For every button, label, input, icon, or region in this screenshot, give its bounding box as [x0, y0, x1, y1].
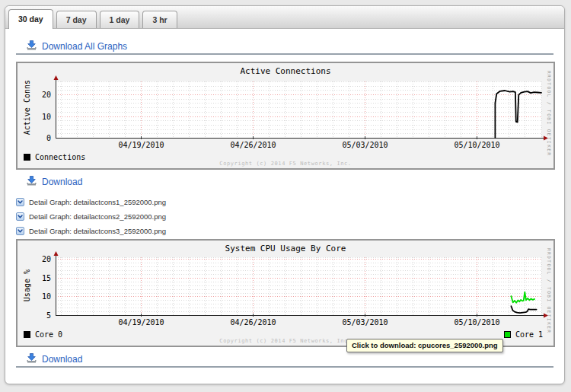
y-axis-label: Active Conns [23, 80, 31, 135]
download-icon [27, 40, 37, 53]
download-tooltip: Click to download: cpucores_2592000.png [346, 339, 503, 352]
svg-text:20: 20 [42, 255, 51, 263]
tab-3-hr[interactable]: 3 hr [142, 11, 177, 28]
rrdtool-watermark: RRDTOOL / TOBI OETIKER [547, 248, 552, 333]
tab-30-day[interactable]: 30 day [8, 9, 53, 29]
svg-text:15: 15 [42, 274, 51, 282]
y-axis-label: Usage % [23, 269, 31, 301]
detail-graph-link-3[interactable]: Detail Graph: detailactcons3_2592000.png [16, 226, 553, 236]
separator [16, 366, 553, 368]
svg-text:05/10/2010: 05/10/2010 [454, 141, 499, 149]
svg-text:0: 0 [46, 134, 51, 142]
download-icon [27, 352, 37, 366]
svg-text:04/26/2010: 04/26/2010 [230, 318, 276, 327]
chevron-down-icon[interactable] [16, 198, 24, 206]
svg-text:04/19/2010: 04/19/2010 [118, 318, 164, 327]
detail-graph-label: Detail Graph: detailactcons1_2592000.png [29, 198, 166, 206]
chevron-down-icon[interactable] [16, 212, 24, 221]
chevron-down-icon[interactable] [16, 227, 24, 235]
svg-text:04/19/2010: 04/19/2010 [118, 141, 164, 149]
svg-text:20: 20 [42, 91, 51, 99]
svg-text:05/10/2010: 05/10/2010 [454, 318, 499, 327]
download-graph2-link[interactable]: Download [42, 354, 82, 365]
rrdtool-watermark: RRDTOOL / TOBI OETIKER [547, 71, 552, 156]
legend-swatch [24, 154, 30, 161]
active-connections-graph[interactable]: 0102004/19/201004/26/201005/03/201005/10… [16, 62, 555, 170]
download-graph1-link[interactable]: Download [42, 177, 82, 187]
legend-swatch [504, 331, 511, 338]
tab-1-day[interactable]: 1 day [100, 11, 140, 28]
copyright-text: Copyright (c) 2014 F5 Networks, Inc. [18, 161, 553, 167]
tab-bar: 30 day 7 day 1 day 3 hr [5, 6, 564, 29]
download-icon [27, 175, 37, 189]
detail-graph-list: Detail Graph: detailactcons1_2592000.png… [16, 197, 553, 236]
main-panel: 30 day 7 day 1 day 3 hr Download All Gra… [5, 5, 565, 384]
svg-text:05/03/2010: 05/03/2010 [342, 318, 388, 327]
plot-area: 510152004/19/201004/26/201005/03/201005/… [18, 241, 553, 346]
svg-text:10: 10 [42, 292, 51, 301]
cpu-usage-graph[interactable]: 510152004/19/201004/26/201005/03/201005/… [16, 239, 555, 347]
plot-area: 0102004/19/201004/26/201005/03/201005/10… [18, 63, 553, 168]
separator [16, 53, 553, 55]
svg-text:5: 5 [46, 311, 51, 320]
svg-text:10: 10 [42, 113, 51, 121]
svg-text:05/03/2010: 05/03/2010 [342, 141, 388, 149]
graph-title: System CPU Usage By Core [18, 244, 553, 253]
graph-title: Active Connections [18, 66, 553, 76]
tab-7-day[interactable]: 7 day [56, 11, 97, 28]
detail-graph-label: Detail Graph: detailactcons3_2592000.png [29, 227, 166, 235]
detail-graph-link-1[interactable]: Detail Graph: detailactcons1_2592000.png [16, 197, 553, 207]
detail-graph-link-2[interactable]: Detail Graph: detailactcons2_2592000.png [16, 212, 553, 221]
detail-graph-label: Detail Graph: detailactcons2_2592000.png [29, 212, 166, 221]
download-all-graphs-link[interactable]: Download All Graphs [42, 41, 127, 52]
content-area: Download All Graphs 0102004/19/201004/26… [5, 40, 564, 368]
legend-swatch [24, 331, 30, 338]
svg-text:04/26/2010: 04/26/2010 [230, 141, 276, 149]
